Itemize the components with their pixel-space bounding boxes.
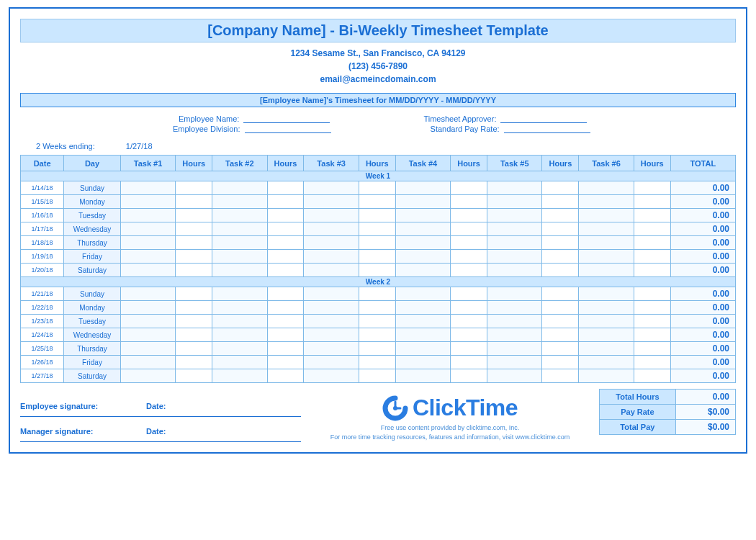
hours-cell[interactable] <box>176 315 212 328</box>
hours-cell[interactable] <box>634 264 670 277</box>
task-cell[interactable] <box>304 236 359 250</box>
hours-cell[interactable] <box>542 315 579 328</box>
hours-cell[interactable] <box>634 369 670 383</box>
task-cell[interactable] <box>395 342 450 356</box>
task-cell[interactable] <box>304 369 359 383</box>
hours-cell[interactable] <box>267 342 304 356</box>
task-cell[interactable] <box>395 287 450 301</box>
hours-cell[interactable] <box>542 250 579 264</box>
task-cell[interactable] <box>120 181 175 195</box>
hours-cell[interactable] <box>267 315 304 328</box>
task-cell[interactable] <box>212 369 267 383</box>
hours-cell[interactable] <box>634 301 670 315</box>
task-cell[interactable] <box>579 328 634 342</box>
task-cell[interactable] <box>579 356 634 369</box>
task-cell[interactable] <box>304 342 359 356</box>
task-cell[interactable] <box>487 356 542 369</box>
hours-cell[interactable] <box>634 195 670 209</box>
task-cell[interactable] <box>395 369 450 383</box>
task-cell[interactable] <box>395 181 450 195</box>
hours-cell[interactable] <box>451 250 487 264</box>
task-cell[interactable] <box>304 356 359 369</box>
task-cell[interactable] <box>212 181 267 195</box>
hours-cell[interactable] <box>542 328 579 342</box>
task-cell[interactable] <box>395 222 450 236</box>
task-cell[interactable] <box>487 250 542 264</box>
hours-cell[interactable] <box>267 287 304 301</box>
task-cell[interactable] <box>487 328 542 342</box>
hours-cell[interactable] <box>359 222 395 236</box>
task-cell[interactable] <box>120 264 175 277</box>
hours-cell[interactable] <box>359 315 395 328</box>
hours-cell[interactable] <box>542 301 579 315</box>
task-cell[interactable] <box>304 264 359 277</box>
task-cell[interactable] <box>212 342 267 356</box>
task-cell[interactable] <box>120 315 175 328</box>
hours-cell[interactable] <box>267 301 304 315</box>
hours-cell[interactable] <box>267 209 304 222</box>
hours-cell[interactable] <box>267 369 304 383</box>
task-cell[interactable] <box>304 315 359 328</box>
task-cell[interactable] <box>487 301 542 315</box>
hours-cell[interactable] <box>267 264 304 277</box>
hours-cell[interactable] <box>176 369 212 383</box>
task-cell[interactable] <box>395 250 450 264</box>
hours-cell[interactable] <box>359 369 395 383</box>
task-cell[interactable] <box>579 181 634 195</box>
hours-cell[interactable] <box>451 222 487 236</box>
hours-cell[interactable] <box>359 195 395 209</box>
task-cell[interactable] <box>487 315 542 328</box>
hours-cell[interactable] <box>359 342 395 356</box>
hours-cell[interactable] <box>176 287 212 301</box>
hours-cell[interactable] <box>634 236 670 250</box>
hours-cell[interactable] <box>634 250 670 264</box>
task-cell[interactable] <box>212 301 267 315</box>
task-cell[interactable] <box>212 356 267 369</box>
task-cell[interactable] <box>120 250 175 264</box>
task-cell[interactable] <box>120 301 175 315</box>
hours-cell[interactable] <box>451 209 487 222</box>
task-cell[interactable] <box>120 342 175 356</box>
task-cell[interactable] <box>304 195 359 209</box>
task-cell[interactable] <box>487 222 542 236</box>
task-cell[interactable] <box>304 181 359 195</box>
task-cell[interactable] <box>120 369 175 383</box>
task-cell[interactable] <box>212 250 267 264</box>
hours-cell[interactable] <box>542 195 579 209</box>
task-cell[interactable] <box>212 209 267 222</box>
hours-cell[interactable] <box>176 301 212 315</box>
task-cell[interactable] <box>579 195 634 209</box>
hours-cell[interactable] <box>176 356 212 369</box>
task-cell[interactable] <box>120 195 175 209</box>
task-cell[interactable] <box>487 342 542 356</box>
task-cell[interactable] <box>212 222 267 236</box>
task-cell[interactable] <box>212 287 267 301</box>
hours-cell[interactable] <box>359 250 395 264</box>
task-cell[interactable] <box>395 264 450 277</box>
hours-cell[interactable] <box>359 287 395 301</box>
task-cell[interactable] <box>304 250 359 264</box>
task-cell[interactable] <box>120 236 175 250</box>
task-cell[interactable] <box>579 222 634 236</box>
task-cell[interactable] <box>304 328 359 342</box>
task-cell[interactable] <box>487 209 542 222</box>
hours-cell[interactable] <box>451 287 487 301</box>
hours-cell[interactable] <box>176 181 212 195</box>
task-cell[interactable] <box>487 369 542 383</box>
task-cell[interactable] <box>395 195 450 209</box>
task-cell[interactable] <box>395 209 450 222</box>
task-cell[interactable] <box>579 315 634 328</box>
hours-cell[interactable] <box>359 356 395 369</box>
hours-cell[interactable] <box>451 301 487 315</box>
approver-field[interactable] <box>500 114 587 123</box>
task-cell[interactable] <box>304 287 359 301</box>
hours-cell[interactable] <box>176 264 212 277</box>
hours-cell[interactable] <box>451 264 487 277</box>
hours-cell[interactable] <box>451 315 487 328</box>
task-cell[interactable] <box>487 264 542 277</box>
task-cell[interactable] <box>487 236 542 250</box>
hours-cell[interactable] <box>542 236 579 250</box>
task-cell[interactable] <box>579 250 634 264</box>
task-cell[interactable] <box>120 209 175 222</box>
hours-cell[interactable] <box>542 222 579 236</box>
